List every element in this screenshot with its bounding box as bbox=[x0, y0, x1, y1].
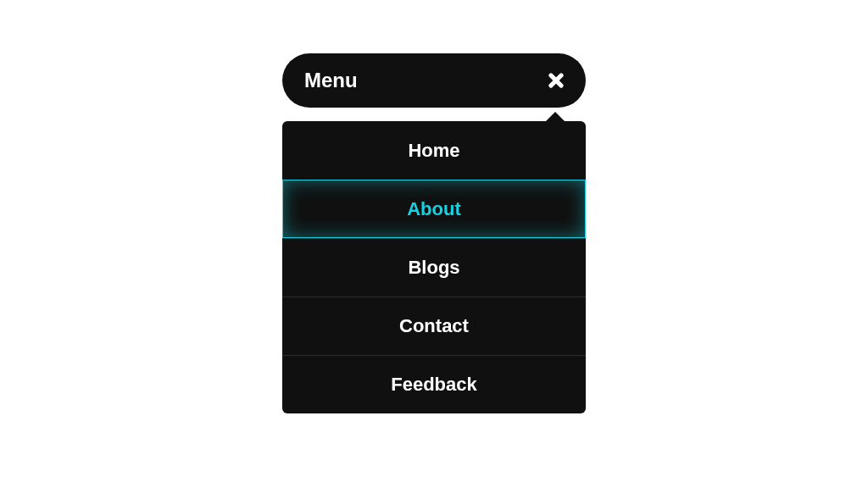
menu-item-contact[interactable]: Contact bbox=[282, 297, 586, 355]
menu-item-feedback[interactable]: Feedback bbox=[282, 355, 586, 413]
menu-item-home[interactable]: Home bbox=[282, 121, 586, 180]
menu-component: Menu Home About Blogs Contact Feedback bbox=[282, 53, 586, 413]
close-icon[interactable] bbox=[547, 71, 565, 90]
menu-item-label: Home bbox=[408, 140, 459, 162]
menu-item-label: Blogs bbox=[408, 257, 459, 279]
menu-toggle-label: Menu bbox=[304, 69, 358, 92]
menu-dropdown: Home About Blogs Contact Feedback bbox=[282, 121, 586, 413]
menu-item-label: Feedback bbox=[391, 374, 477, 396]
menu-item-about[interactable]: About bbox=[282, 180, 586, 238]
menu-item-label: About bbox=[407, 198, 461, 220]
menu-item-blogs[interactable]: Blogs bbox=[282, 238, 586, 297]
menu-item-label: Contact bbox=[399, 315, 469, 337]
menu-toggle[interactable]: Menu bbox=[282, 53, 586, 108]
